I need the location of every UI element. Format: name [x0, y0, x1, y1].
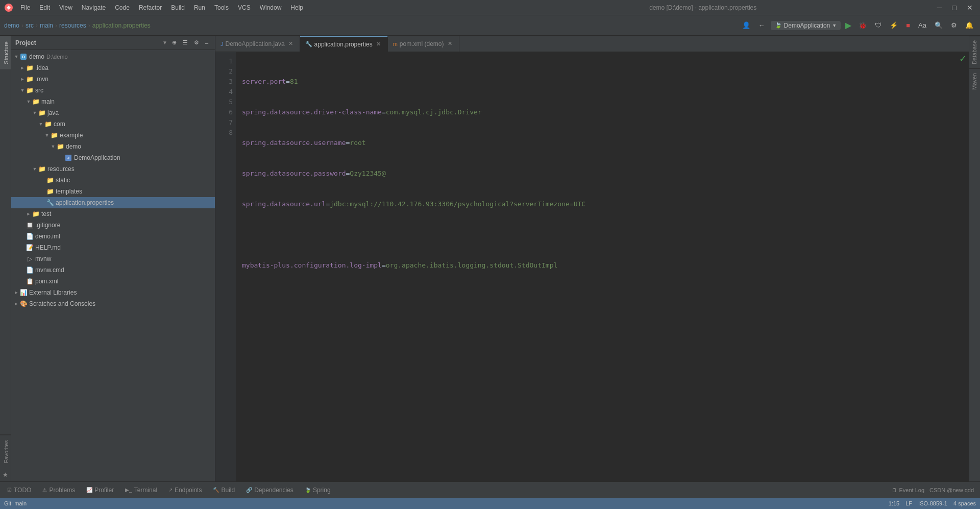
- status-indent[interactable]: 4 spaces: [953, 500, 976, 506]
- right-tab-maven[interactable]: Maven: [969, 68, 980, 94]
- tree-item-mvnw[interactable]: ► ▷ mvnw: [11, 253, 215, 264]
- close-button[interactable]: ✕: [964, 3, 976, 13]
- stop-button[interactable]: ■: [903, 20, 913, 31]
- side-tab-favorites[interactable]: Favorites: [0, 434, 11, 468]
- label-demo: demo: [29, 52, 44, 62]
- tree-item-test[interactable]: ► 📁 test: [11, 208, 215, 220]
- bottom-tab-todo[interactable]: ☑ TODO: [2, 484, 36, 496]
- bottom-tab-problems[interactable]: ⚠ Problems: [37, 484, 80, 496]
- tree-item-demoapplication[interactable]: ► J DemoApplication: [11, 152, 215, 163]
- tree-item-java[interactable]: ▼ 📁 java: [11, 107, 215, 118]
- tree-item-mvnwcmd[interactable]: ► 📄 mvnw.cmd: [11, 264, 215, 276]
- menu-code[interactable]: Code: [111, 3, 134, 12]
- icon-gitignore: 🔲: [26, 221, 34, 229]
- menu-window[interactable]: Window: [256, 3, 286, 12]
- menu-edit[interactable]: Edit: [35, 3, 54, 12]
- run-config[interactable]: 🍃 DemoApplication ▼: [771, 21, 841, 30]
- status-lf[interactable]: LF: [905, 500, 912, 506]
- label-application-properties: application.properties: [56, 198, 114, 208]
- label-idea: .idea: [35, 63, 48, 73]
- breadcrumb-project[interactable]: demo: [4, 22, 19, 29]
- tree-item-external-libraries[interactable]: ► 📊 External Libraries: [11, 287, 215, 298]
- tab-application-properties[interactable]: 🔧 application.properties ✕: [300, 36, 388, 52]
- profile-button[interactable]: ⚡: [887, 20, 900, 31]
- coverage-button[interactable]: 🛡: [872, 20, 884, 31]
- status-git[interactable]: Git: main: [4, 500, 27, 506]
- status-encoding[interactable]: ISO-8859-1: [918, 500, 947, 506]
- sidebar-filter-btn[interactable]: ⚙: [191, 38, 202, 47]
- tree-item-gitignore[interactable]: ► 🔲 .gitignore: [11, 220, 215, 231]
- breadcrumb-src[interactable]: src: [26, 22, 34, 29]
- settings-button[interactable]: ⚙: [948, 20, 960, 31]
- label-resources: resources: [47, 164, 75, 174]
- run-config-arrow: ▼: [832, 23, 837, 28]
- tree-item-demo[interactable]: ▼ D demo D:\demo: [11, 51, 215, 62]
- tab-pomxml[interactable]: m pom.xml (demo) ✕: [388, 36, 459, 52]
- tree-item-scratches[interactable]: ► 🎨 Scratches and Consoles: [11, 298, 215, 309]
- sidebar-collapse-btn[interactable]: ☰: [180, 38, 190, 47]
- tree-item-static[interactable]: ► 📁 static: [11, 175, 215, 186]
- sidebar-locate-btn[interactable]: ⊕: [169, 38, 179, 47]
- tree-item-idea[interactable]: ► 📁 .idea: [11, 62, 215, 74]
- menu-build[interactable]: Build: [167, 3, 189, 12]
- notifications-button[interactable]: 🔔: [963, 20, 976, 31]
- tab-label-demoapplication: DemoApplication.java: [226, 40, 285, 47]
- code-line-6: [242, 230, 963, 240]
- tab-close-application-properties[interactable]: ✕: [375, 40, 382, 48]
- debug-button[interactable]: 🐞: [856, 20, 869, 31]
- translate-button[interactable]: Aa: [916, 20, 929, 31]
- menu-tools[interactable]: Tools: [210, 3, 233, 12]
- tab-demoapplication[interactable]: J DemoApplication.java ✕: [215, 36, 300, 52]
- tab-icon-demoapplication: J: [220, 41, 224, 47]
- arrow-main: ▼: [26, 99, 32, 105]
- breadcrumb-resources[interactable]: resources: [59, 22, 86, 29]
- tree-item-main[interactable]: ▼ 📁 main: [11, 96, 215, 107]
- bottom-tab-spring[interactable]: 🍃 Spring: [300, 484, 336, 496]
- favorites-star[interactable]: ★: [0, 468, 11, 481]
- tree-item-helpmd[interactable]: ► 📝 HELP.md: [11, 242, 215, 253]
- tree-item-src[interactable]: ▼ 📁 src: [11, 85, 215, 96]
- menu-vcs[interactable]: VCS: [234, 3, 255, 12]
- status-position[interactable]: 1:15: [889, 500, 899, 506]
- minimize-button[interactable]: ─: [934, 3, 945, 13]
- tree-item-example[interactable]: ▼ 📁 example: [11, 130, 215, 141]
- search-button[interactable]: 🔍: [932, 20, 945, 31]
- bottom-tab-endpoints[interactable]: ↗ Endpoints: [163, 484, 207, 496]
- tree-item-templates[interactable]: ► 📁 templates: [11, 186, 215, 197]
- bottom-tab-build[interactable]: 🔨 Build: [208, 484, 240, 496]
- bottom-tab-dependencies[interactable]: 🔗 Dependencies: [241, 484, 299, 496]
- menu-run[interactable]: Run: [190, 3, 209, 12]
- menu-help[interactable]: Help: [286, 3, 307, 12]
- tree-item-com[interactable]: ▼ 📁 com: [11, 118, 215, 130]
- label-example: example: [60, 130, 83, 140]
- tab-close-pomxml[interactable]: ✕: [446, 40, 454, 47]
- right-tab-database[interactable]: Database: [969, 36, 980, 68]
- tab-close-demoapplication[interactable]: ✕: [287, 40, 295, 47]
- breadcrumb-file[interactable]: application.properties: [92, 22, 151, 29]
- side-tab-structure[interactable]: Structure: [0, 36, 11, 69]
- breadcrumb-main[interactable]: main: [40, 22, 53, 29]
- icon-idea: 📁: [26, 64, 34, 72]
- bottom-tab-terminal[interactable]: ▶_ Terminal: [120, 484, 162, 496]
- sidebar-close-btn[interactable]: –: [203, 38, 211, 47]
- tree-item-mvn[interactable]: ► 📁 .mvn: [11, 74, 215, 85]
- menu-navigate[interactable]: Navigate: [78, 3, 110, 12]
- tree-item-resources[interactable]: ▼ 📁 resources: [11, 163, 215, 175]
- status-event-log[interactable]: 🗒 Event Log: [892, 487, 924, 493]
- tree-item-demo-pkg[interactable]: ▼ 📁 demo: [11, 141, 215, 152]
- sidebar-dropdown-arrow[interactable]: ▼: [162, 40, 167, 45]
- menu-view[interactable]: View: [55, 3, 77, 12]
- run-button[interactable]: ▶: [844, 20, 853, 30]
- tree-item-pomxml[interactable]: ► 📋 pom.xml: [11, 276, 215, 287]
- back-button[interactable]: ←: [756, 20, 768, 31]
- label-test: test: [41, 209, 51, 219]
- code-editor[interactable]: server.port=81 spring.datasource.driver-…: [236, 52, 969, 481]
- tree-item-application-properties[interactable]: ► 🔧 application.properties: [11, 197, 215, 208]
- bottom-tab-profiler[interactable]: 📈 Profiler: [81, 484, 119, 496]
- arrow-mvn: ►: [19, 76, 26, 82]
- maximize-button[interactable]: □: [949, 3, 960, 13]
- menu-refactor[interactable]: Refactor: [135, 3, 166, 12]
- git-button[interactable]: 👤: [740, 20, 753, 31]
- tree-item-demoiml[interactable]: ► 📄 demo.iml: [11, 231, 215, 242]
- menu-file[interactable]: File: [16, 3, 34, 12]
